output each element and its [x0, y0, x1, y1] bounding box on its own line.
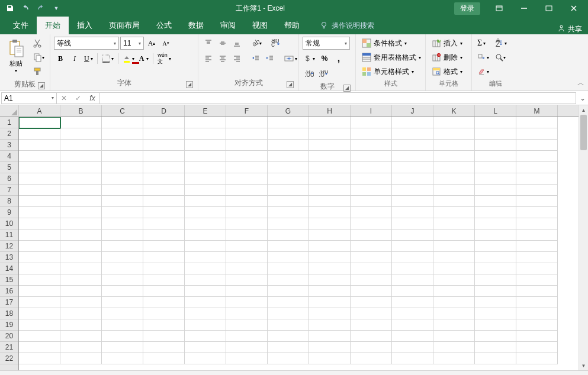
column-header[interactable]: H [309, 105, 351, 117]
cell[interactable] [143, 140, 185, 151]
align-left-icon[interactable] [202, 52, 215, 65]
scroll-thumb[interactable] [580, 115, 587, 150]
cell[interactable] [309, 319, 351, 331]
cell[interactable] [268, 128, 309, 140]
cell[interactable] [226, 128, 268, 140]
cell[interactable] [516, 252, 558, 263]
cell[interactable] [102, 173, 143, 185]
cell[interactable] [143, 297, 185, 308]
cell[interactable] [60, 263, 102, 274]
cell[interactable] [351, 342, 392, 353]
cell[interactable] [516, 263, 558, 274]
row-header[interactable]: 15 [0, 274, 18, 286]
cell[interactable] [185, 229, 226, 241]
number-launcher[interactable]: ◢ [343, 85, 351, 92]
tab-data[interactable]: 数据 [180, 17, 212, 34]
cell[interactable] [60, 319, 102, 331]
cell[interactable] [392, 162, 433, 173]
cell[interactable] [185, 218, 226, 229]
cell[interactable] [392, 353, 433, 364]
cell[interactable] [226, 297, 268, 308]
scroll-up-icon[interactable]: ▲ [579, 105, 588, 115]
cell[interactable] [226, 274, 268, 286]
cell[interactable] [516, 151, 558, 162]
cell[interactable] [185, 185, 226, 196]
cell[interactable] [351, 353, 392, 364]
scroll-down-icon[interactable]: ▼ [579, 361, 588, 370]
cell[interactable] [475, 128, 516, 140]
cell[interactable] [392, 140, 433, 151]
cell[interactable] [351, 140, 392, 151]
cell[interactable] [392, 207, 433, 218]
cell[interactable] [351, 263, 392, 274]
align-right-icon[interactable] [230, 52, 243, 65]
find-select-button[interactable]: ▾ [493, 51, 509, 64]
cell[interactable] [143, 128, 185, 140]
format-cells-button[interactable]: 格式▾ [429, 65, 465, 78]
column-header[interactable]: J [392, 105, 433, 117]
minimize-icon[interactable] [512, 0, 536, 17]
cell[interactable] [392, 331, 433, 342]
cell[interactable] [60, 342, 102, 353]
cell[interactable] [268, 162, 309, 173]
cell[interactable] [475, 252, 516, 263]
redo-icon[interactable] [34, 2, 47, 15]
bold-button[interactable]: B [54, 52, 67, 65]
cell[interactable] [309, 140, 351, 151]
cell[interactable] [19, 196, 60, 207]
tell-me-search[interactable]: 操作说明搜索 [314, 17, 380, 34]
cell[interactable] [102, 308, 143, 319]
cell[interactable] [392, 173, 433, 185]
decrease-decimal-icon[interactable]: .00.0 [317, 67, 330, 80]
sort-filter-button[interactable]: AZ▾ [493, 37, 509, 50]
cell[interactable] [351, 196, 392, 207]
cancel-formula-icon[interactable]: ✕ [57, 92, 71, 104]
row-header[interactable]: 5 [0, 162, 18, 173]
cell[interactable] [516, 342, 558, 353]
cell[interactable] [102, 342, 143, 353]
cell[interactable] [185, 128, 226, 140]
cell[interactable] [226, 151, 268, 162]
cell[interactable] [185, 353, 226, 364]
cell[interactable] [19, 218, 60, 229]
cell[interactable] [143, 353, 185, 364]
cell[interactable] [19, 252, 60, 263]
cell[interactable] [226, 229, 268, 241]
clear-button[interactable]: ▾ [475, 65, 491, 78]
cell[interactable] [309, 331, 351, 342]
cell[interactable] [185, 319, 226, 331]
cell[interactable] [268, 117, 309, 128]
close-icon[interactable] [562, 0, 586, 17]
cell[interactable] [268, 263, 309, 274]
cell[interactable] [268, 308, 309, 319]
cell[interactable] [60, 353, 102, 364]
cell[interactable] [19, 241, 60, 252]
cell[interactable] [475, 162, 516, 173]
cell[interactable] [185, 117, 226, 128]
maximize-icon[interactable] [537, 0, 561, 17]
cell[interactable] [433, 117, 475, 128]
cell[interactable] [351, 319, 392, 331]
cell[interactable] [475, 263, 516, 274]
wrap-text-button[interactable]: abc [269, 37, 282, 50]
cell[interactable] [60, 162, 102, 173]
cell[interactable] [475, 173, 516, 185]
cell[interactable] [392, 252, 433, 263]
cell[interactable] [433, 241, 475, 252]
cell[interactable] [392, 308, 433, 319]
share-button[interactable]: 共享 [557, 24, 582, 34]
tab-view[interactable]: 视图 [244, 17, 276, 34]
cell[interactable] [309, 353, 351, 364]
cell[interactable] [516, 286, 558, 297]
name-box[interactable]: A1▾ [1, 92, 57, 104]
cell[interactable] [516, 207, 558, 218]
format-table-button[interactable]: 套用表格格式▾ [359, 51, 423, 64]
cell[interactable] [309, 308, 351, 319]
row-header[interactable]: 22 [0, 353, 18, 364]
cell[interactable] [60, 207, 102, 218]
cell[interactable] [226, 353, 268, 364]
cell[interactable] [143, 196, 185, 207]
cell[interactable] [143, 252, 185, 263]
cell[interactable] [392, 185, 433, 196]
cell[interactable] [268, 342, 309, 353]
